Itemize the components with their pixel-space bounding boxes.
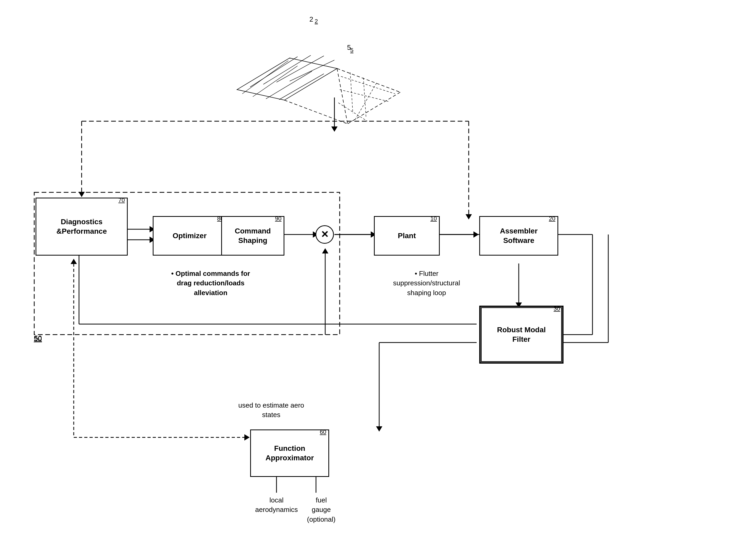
svg-line-14 [364,78,366,117]
svg-marker-41 [244,434,250,441]
svg-line-5 [242,61,288,94]
svg-line-9 [337,68,400,92]
assembler-block: 20 AssemblerSoftware [479,216,558,256]
ref-50: 50 [34,334,42,343]
svg-line-7 [266,71,312,99]
multiply-circle: ✕ [315,225,334,244]
svg-line-4 [290,60,335,81]
svg-marker-0 [237,58,337,100]
diagnostics-label: Diagnostics&Performance [56,217,107,236]
diagnostics-number: 70 [119,197,125,204]
function-approx-label: FunctionApproximator [265,444,314,463]
svg-marker-39 [376,426,382,432]
optimal-commands-label: • Optimal commands fordrag reduction/loa… [148,269,274,297]
fuel-gauge-label: fuelgauge(optional) [297,495,345,524]
optimizer-block: 80 Optimizer [153,216,226,256]
svg-line-8 [279,74,324,99]
svg-line-18 [338,103,367,121]
svg-marker-24 [466,214,472,219]
local-aero-label: localaerodynamics [248,495,306,515]
svg-marker-26 [331,126,338,132]
svg-line-1 [250,57,297,87]
svg-line-6 [253,66,297,97]
flutter-label: • Fluttersuppression/structuralshaping l… [374,269,479,297]
svg-marker-43 [70,259,77,264]
optimizer-label: Optimizer [172,231,207,240]
svg-line-17 [340,90,388,101]
function-approx-block: 60 FunctionApproximator [250,430,329,477]
svg-line-2 [263,55,311,84]
label-ref-5: 5 [347,43,351,52]
svg-line-13 [350,72,353,113]
svg-marker-50 [322,248,328,254]
diagram-container: 2 5 2 5 50 70 Diagnostics&Performance 80… [0,0,756,557]
function-approx-number: 60 [320,429,326,436]
command-shaping-label: CommandShaping [235,226,271,245]
robust-modal-inner-border [481,307,562,362]
svg-line-11 [337,68,348,124]
label-ref-2: 2 [309,15,313,24]
command-shaping-number: 90 [275,215,282,222]
plant-label: Plant [398,231,416,240]
svg-line-3 [277,56,324,82]
svg-line-15 [354,83,377,121]
estimate-aero-label: used to estimate aerostates [221,401,321,420]
assembler-label: AssemblerSoftware [500,226,537,245]
command-shaping-block: 90 CommandShaping [221,216,284,256]
plant-block: 10 Plant [374,216,440,256]
svg-line-16 [341,77,395,94]
diagnostics-block: 70 Diagnostics&Performance [36,198,128,256]
svg-marker-21 [78,192,85,197]
multiply-symbol: ✕ [321,229,328,240]
plant-number: 10 [431,215,437,222]
svg-marker-34 [473,231,479,238]
ref-2: 2 [315,18,318,25]
svg-line-10 [284,100,348,124]
svg-line-12 [348,92,400,124]
assembler-number: 20 [549,215,555,222]
